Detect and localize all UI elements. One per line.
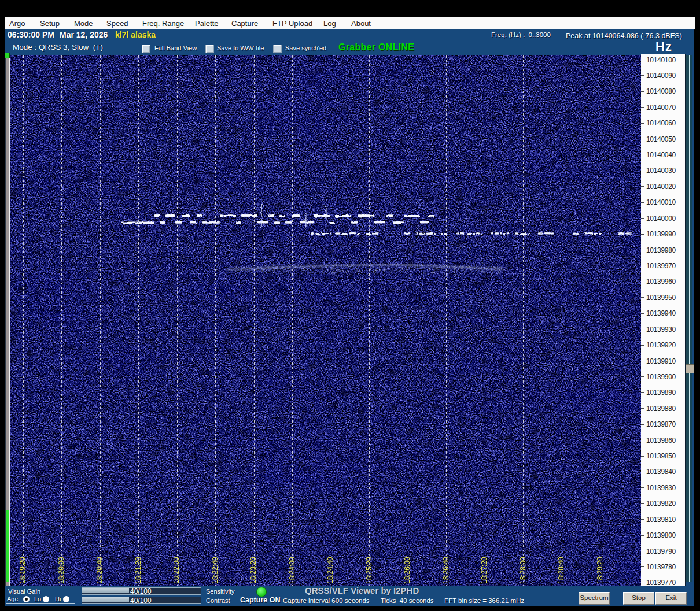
- svg-text:18:21:20: 18:21:20: [134, 557, 142, 584]
- svg-text:18:22:00: 18:22:00: [172, 557, 180, 584]
- svg-text:18:25:20: 18:25:20: [365, 557, 373, 584]
- svg-text:18:26:00: 18:26:00: [403, 557, 411, 584]
- svg-text:18:20:40: 18:20:40: [95, 557, 104, 584]
- svg-text:18:22:40: 18:22:40: [211, 557, 219, 584]
- svg-text:18:19:20: 18:19:20: [19, 557, 27, 584]
- svg-text:18:29:20: 18:29:20: [596, 557, 604, 584]
- svg-text:18:26:40: 18:26:40: [442, 557, 450, 584]
- svg-text:18:20:00: 18:20:00: [57, 557, 65, 584]
- svg-text:18:27:20: 18:27:20: [480, 557, 488, 584]
- svg-text:18:24:00: 18:24:00: [288, 557, 296, 584]
- svg-text:18:28:40: 18:28:40: [557, 557, 565, 584]
- svg-text:18:23:20: 18:23:20: [249, 557, 257, 584]
- svg-text:18:24:40: 18:24:40: [326, 557, 334, 584]
- svg-text:18:28:00: 18:28:00: [519, 557, 527, 584]
